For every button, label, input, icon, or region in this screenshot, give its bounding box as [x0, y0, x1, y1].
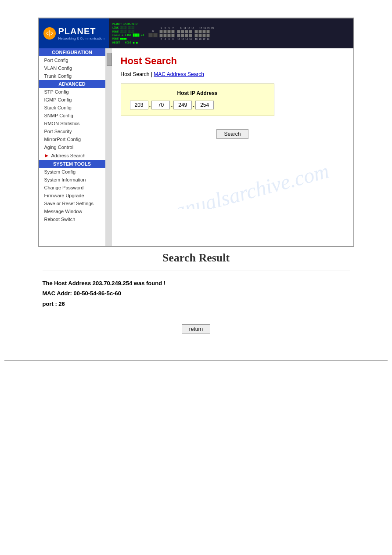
ip-octet3-input[interactable] [173, 101, 192, 109]
sidebar-item-mirrorport-config[interactable]: MirrorPort Config [39, 135, 105, 143]
sidebar: CONFIGURATION Port Config VLAN Config Tr… [39, 48, 106, 246]
search-result-section: Search Result The Host Address 203.70.24… [38, 247, 354, 343]
ip-search-box: Host IP Address . . . [121, 83, 274, 116]
ip-search-label: Host IP Address [130, 90, 265, 96]
watermark: manualsarchive.com [157, 159, 331, 209]
result-line2: MAC Addr: 00-50-54-86-5c-60 [43, 288, 350, 298]
ip-dot-2: . [171, 102, 173, 109]
device-info: PLANET GSRM-24E2 LINK ░░░░ ░░░░ MODE ░░░… [112, 22, 144, 44]
nav-link-mac[interactable]: MAC Address Search [154, 71, 204, 77]
sidebar-item-vlan-config[interactable]: VLAN Config [39, 64, 105, 72]
nav-current: Host Search [121, 71, 150, 77]
logo-sub: Networking & Communication [58, 36, 104, 41]
sidebar-item-trunk-config[interactable]: Trunk Config [39, 72, 105, 80]
sidebar-header-advanced: ADVANCED [39, 80, 105, 88]
sidebar-wrapper: CONFIGURATION Port Config VLAN Config Tr… [39, 48, 112, 246]
ip-dot-1: . [149, 102, 151, 109]
sidebar-item-change-password[interactable]: Change Password [39, 184, 105, 192]
result-line3: port : 26 [43, 299, 350, 309]
sidebar-item-rmon-statistics[interactable]: RMON Statistics [39, 120, 105, 127]
ip-octet4-input[interactable] [195, 101, 214, 109]
result-line1: The Host Address 203.70.249.254 was foun… [43, 278, 350, 288]
sidebar-item-system-information[interactable]: System Information [39, 176, 105, 184]
planet-logo: PLANET Networking & Communication [39, 24, 109, 44]
browser-window: PLANET Networking & Communication PLANET… [38, 18, 354, 247]
sidebar-scrollbar[interactable] [106, 48, 112, 246]
main-content: CONFIGURATION Port Config VLAN Config Tr… [39, 48, 353, 246]
sidebar-item-aging-control[interactable]: Aging Control [39, 143, 105, 151]
sidebar-item-system-config[interactable]: System Config [39, 168, 105, 176]
sidebar-arrow-icon: ► [44, 152, 50, 159]
sidebar-item-port-security[interactable]: Port Security [39, 127, 105, 135]
sidebar-item-igmp-config[interactable]: IGMP Config [39, 96, 105, 104]
result-bottom-divider [43, 317, 350, 317]
result-content: The Host Address 203.70.249.254 was foun… [38, 276, 354, 313]
result-top-divider [43, 271, 350, 271]
planet-logo-icon [43, 27, 56, 40]
sidebar-item-port-config[interactable]: Port Config [39, 56, 105, 64]
return-button[interactable]: return [182, 324, 210, 334]
sidebar-item-address-search[interactable]: ► Address Search [39, 151, 105, 160]
sidebar-item-stp-config[interactable]: STP Config [39, 88, 105, 96]
content-panel: Host Search Host Search | MAC Address Se… [112, 48, 353, 246]
page-title: Host Search [121, 55, 345, 67]
ip-dot-3: . [193, 102, 194, 109]
port-group-main: 1 3 5 7 9 11 13 15 17 19 21 23 [159, 27, 214, 40]
sidebar-scroll-thumb[interactable] [107, 53, 112, 66]
sidebar-item-reboot-switch[interactable]: Reboot Switch [39, 215, 105, 223]
sidebar-header-configuration: CONFIGURATION [39, 48, 105, 56]
bottom-divider [4, 360, 388, 361]
sidebar-item-stack-config[interactable]: Stack Config [39, 104, 105, 112]
logo-text: PLANET [58, 26, 104, 36]
search-button[interactable]: Search [216, 129, 248, 139]
sidebar-item-snmp-config[interactable]: SNMP Config [39, 112, 105, 120]
nav-links: Host Search | MAC Address Search [121, 71, 345, 77]
ip-input-row: . . . [130, 101, 265, 109]
sidebar-header-system-tools: SYSTEM TOOLS [39, 160, 105, 168]
watermark-area: manualsarchive.com [121, 139, 345, 209]
port-display-area: 20 [148, 29, 158, 37]
device-panel: PLANET GSRM-24E2 LINK ░░░░ ░░░░ MODE ░░░… [109, 18, 353, 48]
return-btn-row: return [38, 324, 354, 334]
device-header: PLANET Networking & Communication PLANET… [39, 18, 353, 48]
search-btn-row: Search [121, 129, 345, 139]
sidebar-item-firmware-upgrade[interactable]: Firmware Upgrade [39, 192, 105, 200]
search-result-title: Search Result [38, 251, 354, 265]
ip-octet1-input[interactable] [130, 101, 148, 109]
sidebar-item-message-window[interactable]: Message Window [39, 207, 105, 215]
ip-octet2-input[interactable] [151, 101, 170, 109]
sidebar-item-save-reset[interactable]: Save or Reset Settings [39, 200, 105, 207]
